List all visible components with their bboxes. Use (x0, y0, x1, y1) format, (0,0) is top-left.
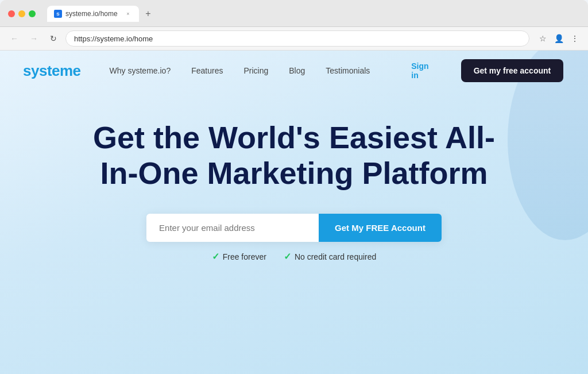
forward-button[interactable]: → (26, 31, 41, 46)
nav-link-testimonials[interactable]: Testimonials (326, 66, 370, 75)
new-tab-button[interactable]: + (141, 7, 155, 21)
email-input[interactable] (146, 214, 319, 242)
maximize-button[interactable] (29, 10, 36, 17)
tab-close-button[interactable]: × (124, 10, 132, 18)
browser-toolbar: ← → ↻ https://systeme.io/home ☆ 👤 ⋮ (0, 27, 588, 51)
hero-title: Get the World's Easiest All-In-One Marke… (93, 119, 495, 191)
profile-icon[interactable]: 👤 (552, 32, 565, 45)
back-button[interactable]: ← (7, 31, 22, 46)
nav-link-why[interactable]: Why systeme.io? (110, 66, 171, 75)
hero-badges: ✓ Free forever ✓ No credit card required (212, 251, 377, 262)
refresh-button[interactable]: ↻ (46, 31, 61, 46)
checkmark-icon-2: ✓ (284, 251, 291, 262)
checkmark-icon: ✓ (212, 251, 219, 262)
hero-section: Get the World's Easiest All-In-One Marke… (0, 91, 588, 262)
badge-free-forever: ✓ Free forever (212, 251, 266, 262)
tab-bar: S systeme.io/home × + (47, 6, 155, 22)
website-content: systeme Why systeme.io? Features Pricing… (0, 51, 588, 374)
browser-titlebar: S systeme.io/home × + (0, 0, 588, 27)
nav-link-pricing[interactable]: Pricing (243, 66, 268, 75)
active-tab[interactable]: S systeme.io/home × (47, 6, 139, 22)
badge-free-label: Free forever (223, 252, 266, 261)
badge-no-credit-card: ✓ No credit card required (284, 251, 376, 262)
close-button[interactable] (8, 10, 15, 17)
badge-nocredit-label: No credit card required (295, 252, 376, 261)
url-text: https://systeme.io/home (74, 34, 153, 43)
nav-link-blog[interactable]: Blog (289, 66, 305, 75)
site-navigation: systeme Why systeme.io? Features Pricing… (0, 51, 588, 91)
nav-links: Why systeme.io? Features Pricing Blog Te… (110, 59, 588, 82)
address-bar[interactable]: https://systeme.io/home (65, 30, 529, 47)
bookmark-icon[interactable]: ☆ (536, 32, 549, 45)
toolbar-actions: ☆ 👤 ⋮ (536, 32, 581, 45)
signin-link[interactable]: Sign in (411, 61, 428, 80)
nav-link-features[interactable]: Features (191, 66, 223, 75)
browser-window: S systeme.io/home × + ← → ↻ https://syst… (0, 0, 588, 374)
minimize-button[interactable] (18, 10, 25, 17)
signup-button[interactable]: Get My FREE Account (319, 214, 442, 242)
menu-icon[interactable]: ⋮ (568, 32, 581, 45)
tab-favicon: S (54, 10, 62, 18)
site-logo[interactable]: systeme (23, 62, 81, 80)
tab-title: systeme.io/home (65, 10, 118, 18)
nav-cta-button[interactable]: Get my free account (461, 59, 564, 82)
hero-signup-form: Get My FREE Account (146, 214, 442, 242)
traffic-lights (8, 10, 36, 17)
